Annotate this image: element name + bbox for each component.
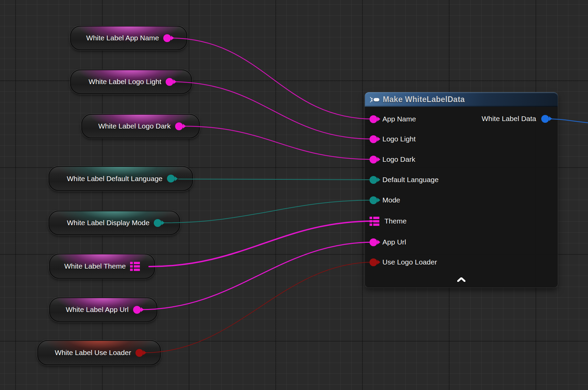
wire-display-mode[interactable] xyxy=(164,200,374,223)
output-row-white-label-data: White Label Data xyxy=(482,114,549,123)
make-node-title: Make WhiteLabelData xyxy=(383,95,465,104)
getter-node-white-label-use-loader[interactable]: White Label Use Loader xyxy=(37,340,161,365)
getter-node-white-label-logo-dark[interactable]: White Label Logo Dark xyxy=(81,114,200,138)
pin-white-label-logo-light[interactable] xyxy=(166,78,173,86)
getter-label: White Label Theme xyxy=(64,262,126,270)
input-row-app-name: App Name xyxy=(370,114,416,124)
input-row-logo-dark: Logo Dark xyxy=(370,155,415,164)
pin-mode[interactable] xyxy=(370,196,377,204)
wire-logo-light[interactable] xyxy=(171,82,374,139)
pin-use-logo-loader[interactable] xyxy=(370,258,377,266)
getter-label: White Label Default Language xyxy=(67,175,163,183)
input-row-use-logo-loader: Use Logo Loader xyxy=(370,257,437,267)
pin-white-label-logo-dark[interactable] xyxy=(175,122,183,130)
getter-node-white-label-theme[interactable]: White Label Theme xyxy=(49,254,155,279)
input-pin-label: Mode xyxy=(382,196,400,204)
getter-label: White Label Logo Dark xyxy=(98,122,171,130)
input-pin-label: Use Logo Loader xyxy=(382,258,437,266)
input-row-theme: Theme xyxy=(370,216,406,226)
collapse-chevron-icon[interactable] xyxy=(455,275,468,284)
struct-pin-icon-theme[interactable] xyxy=(370,217,379,226)
input-pin-label: Theme xyxy=(384,217,406,225)
pin-default-language[interactable] xyxy=(370,176,377,184)
input-pin-label: Default Language xyxy=(382,176,439,184)
input-pin-label: Logo Light xyxy=(382,135,416,143)
getter-node-white-label-app-name[interactable]: White Label App Name xyxy=(70,26,187,50)
pin-white-label-default-language[interactable] xyxy=(167,175,175,182)
input-pin-label: Logo Dark xyxy=(382,155,415,163)
struct-pin-icon-white-label-theme[interactable] xyxy=(130,262,140,271)
output-pin-label: White Label Data xyxy=(482,115,536,123)
getter-label: White Label App Name xyxy=(86,34,159,42)
blueprint-canvas[interactable]: White Label App NameWhite Label Logo Lig… xyxy=(0,0,588,390)
pin-white-label-app-url[interactable] xyxy=(133,306,141,314)
pin-logo-light[interactable] xyxy=(370,135,377,143)
pin-app-name[interactable] xyxy=(370,115,377,123)
wire-logo-dark[interactable] xyxy=(184,126,374,159)
make-node-header[interactable]: ↘↗ Make WhiteLabelData xyxy=(365,92,558,107)
wire-app-url[interactable] xyxy=(140,242,374,310)
input-row-logo-light: Logo Light xyxy=(370,134,416,144)
getter-node-white-label-logo-light[interactable]: White Label Logo Light xyxy=(70,70,192,94)
input-pin-label: App Url xyxy=(382,238,406,246)
getter-label: White Label Logo Light xyxy=(89,78,162,86)
getter-node-white-label-app-url[interactable]: White Label App Url xyxy=(49,297,158,322)
input-row-default-language: Default Language xyxy=(370,175,439,184)
getter-node-white-label-default-language[interactable]: White Label Default Language xyxy=(48,166,193,191)
getter-label: White Label App Url xyxy=(66,306,129,314)
pin-white-label-data[interactable] xyxy=(541,115,549,123)
pin-white-label-app-name[interactable] xyxy=(163,34,171,42)
pin-white-label-use-loader[interactable] xyxy=(135,349,143,357)
input-row-app-url: App Url xyxy=(370,237,406,247)
wire-theme[interactable] xyxy=(149,221,374,267)
pin-app-url[interactable] xyxy=(370,238,377,246)
getter-label: White Label Display Mode xyxy=(67,219,150,227)
input-row-mode: Mode xyxy=(370,195,400,205)
getter-label: White Label Use Loader xyxy=(55,349,131,357)
wire-use-loader[interactable] xyxy=(145,262,374,353)
pin-logo-dark[interactable] xyxy=(370,156,377,163)
pin-white-label-display-mode[interactable] xyxy=(154,219,162,227)
make-struct-icon: ↘↗ xyxy=(370,97,379,103)
input-pin-label: App Name xyxy=(382,115,416,123)
wire-app-name[interactable] xyxy=(170,38,374,119)
wire-default-language[interactable] xyxy=(178,179,374,180)
getter-node-white-label-display-mode[interactable]: White Label Display Mode xyxy=(48,211,180,235)
make-whitelabeldata-node[interactable]: ↘↗ Make WhiteLabelData App NameLogo Ligh… xyxy=(365,92,558,288)
